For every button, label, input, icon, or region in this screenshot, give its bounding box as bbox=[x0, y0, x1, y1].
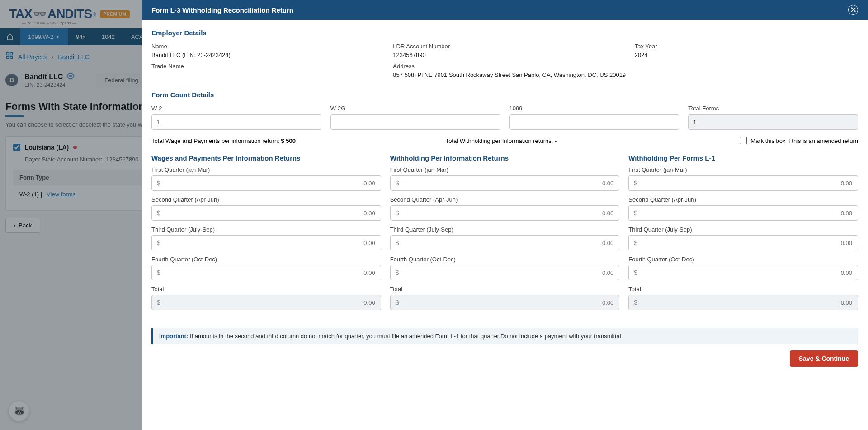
modal-header: Form L-3 Withholding Reconciliation Retu… bbox=[142, 0, 868, 20]
quarter-input[interactable] bbox=[151, 205, 381, 221]
close-icon[interactable]: ✕ bbox=[848, 5, 858, 15]
w2g-label: W-2G bbox=[330, 105, 500, 112]
quarter-label: Second Quarter (Apr-Jun) bbox=[151, 196, 381, 203]
quarter-label: Fourth Quarter (Oct-Dec) bbox=[390, 256, 620, 263]
dollar-icon: $ bbox=[157, 180, 160, 187]
w2g-input[interactable] bbox=[330, 114, 500, 130]
dollar-icon: $ bbox=[396, 269, 399, 276]
column-title: Wages and Payments Per Information Retur… bbox=[151, 154, 381, 162]
modal-title: Form L-3 Withholding Reconciliation Retu… bbox=[151, 6, 293, 14]
quarter-label: First Quarter (jan-Mar) bbox=[151, 166, 381, 173]
ldr-value: 1234567890 bbox=[393, 52, 616, 58]
column-title: Withholding Per Forms L-1 bbox=[628, 154, 858, 162]
amended-checkbox[interactable] bbox=[740, 137, 747, 144]
quarter-label: First Quarter (jan-Mar) bbox=[628, 166, 858, 173]
dollar-icon: $ bbox=[396, 299, 399, 306]
dollar-icon: $ bbox=[634, 239, 637, 246]
w2-input[interactable] bbox=[151, 114, 321, 130]
important-text: If amounts in the second and third colum… bbox=[188, 333, 621, 340]
dollar-icon: $ bbox=[634, 269, 637, 276]
amended-label: Mark this box if this is an amended retu… bbox=[750, 137, 858, 144]
quarter-input[interactable] bbox=[628, 175, 858, 191]
total-withhold-label: Total Withholding per Information return… bbox=[446, 137, 553, 144]
quarter-input[interactable] bbox=[390, 205, 620, 221]
dollar-icon: $ bbox=[157, 269, 160, 276]
ldr-label: LDR Account Number bbox=[393, 43, 616, 50]
modal-form-l3: Form L-3 Withholding Reconciliation Retu… bbox=[142, 0, 868, 430]
quarter-label: Third Quarter (July-Sep) bbox=[151, 226, 381, 233]
name-value: Bandit LLC (EIN: 23-2423424) bbox=[151, 52, 375, 58]
dollar-icon: $ bbox=[634, 209, 637, 217]
quarter-input[interactable] bbox=[151, 175, 381, 191]
year-value: 2024 bbox=[635, 52, 858, 58]
total-label: Total bbox=[628, 286, 858, 293]
dollar-icon: $ bbox=[157, 239, 160, 246]
trade-label: Trade Name bbox=[151, 63, 375, 70]
addr-label: Address bbox=[393, 63, 858, 70]
year-label: Tax Year bbox=[635, 43, 858, 50]
total-label: Total bbox=[151, 286, 381, 293]
quarter-input[interactable] bbox=[390, 175, 620, 191]
quarter-input[interactable] bbox=[628, 265, 858, 280]
total-input bbox=[390, 295, 620, 310]
dollar-icon: $ bbox=[396, 209, 399, 217]
quarter-label: Third Quarter (July-Sep) bbox=[390, 226, 620, 233]
total-forms-label: Total Forms bbox=[688, 105, 858, 112]
total-input bbox=[628, 295, 858, 310]
quarter-label: Second Quarter (Apr-Jun) bbox=[390, 196, 620, 203]
employer-section-title: Employer Details bbox=[151, 29, 858, 37]
total-label: Total bbox=[390, 286, 620, 293]
quarter-column-2: Withholding Per Forms L-1First Quarter (… bbox=[628, 154, 858, 316]
quarter-input[interactable] bbox=[390, 265, 620, 280]
quarter-input[interactable] bbox=[628, 205, 858, 221]
quarter-column-1: Withholding Per Information ReturnsFirst… bbox=[390, 154, 620, 316]
dollar-icon: $ bbox=[157, 299, 160, 306]
dollar-icon: $ bbox=[634, 180, 637, 187]
quarter-input[interactable] bbox=[628, 235, 858, 250]
formcount-section-title: Form Count Details bbox=[151, 91, 858, 99]
dollar-icon: $ bbox=[634, 299, 637, 306]
quarter-label: First Quarter (jan-Mar) bbox=[390, 166, 620, 173]
quarter-input[interactable] bbox=[151, 235, 381, 250]
total-wage-label: Total Wage and Payments per information … bbox=[151, 137, 279, 144]
quarter-label: Fourth Quarter (Oct-Dec) bbox=[151, 256, 381, 263]
important-prefix: Important: bbox=[159, 333, 188, 340]
column-title: Withholding Per Information Returns bbox=[390, 154, 620, 162]
total-wage-value: $ 500 bbox=[281, 137, 296, 144]
quarter-input[interactable] bbox=[151, 265, 381, 280]
modal-body: Employer Details Name Bandit LLC (EIN: 2… bbox=[142, 20, 868, 430]
quarter-label: Fourth Quarter (Oct-Dec) bbox=[628, 256, 858, 263]
quarter-label: Second Quarter (Apr-Jun) bbox=[628, 196, 858, 203]
w2-label: W-2 bbox=[151, 105, 321, 112]
save-continue-button[interactable]: Save & Continue bbox=[790, 350, 858, 367]
total-input bbox=[151, 295, 381, 310]
quarter-column-0: Wages and Payments Per Information Retur… bbox=[151, 154, 381, 316]
dollar-icon: $ bbox=[157, 209, 160, 217]
important-info: Important: If amounts in the second and … bbox=[151, 328, 858, 344]
1099-label: 1099 bbox=[509, 105, 679, 112]
name-label: Name bbox=[151, 43, 375, 50]
dollar-icon: $ bbox=[396, 180, 399, 187]
total-withhold-value: - bbox=[555, 137, 557, 144]
quarter-label: Third Quarter (July-Sep) bbox=[628, 226, 858, 233]
total-forms-input bbox=[688, 114, 858, 130]
dollar-icon: $ bbox=[396, 239, 399, 246]
quarter-input[interactable] bbox=[390, 235, 620, 250]
1099-input[interactable] bbox=[509, 114, 679, 130]
addr-value: 857 50th Pl NE 7901 South Rockaway Stree… bbox=[393, 71, 858, 78]
